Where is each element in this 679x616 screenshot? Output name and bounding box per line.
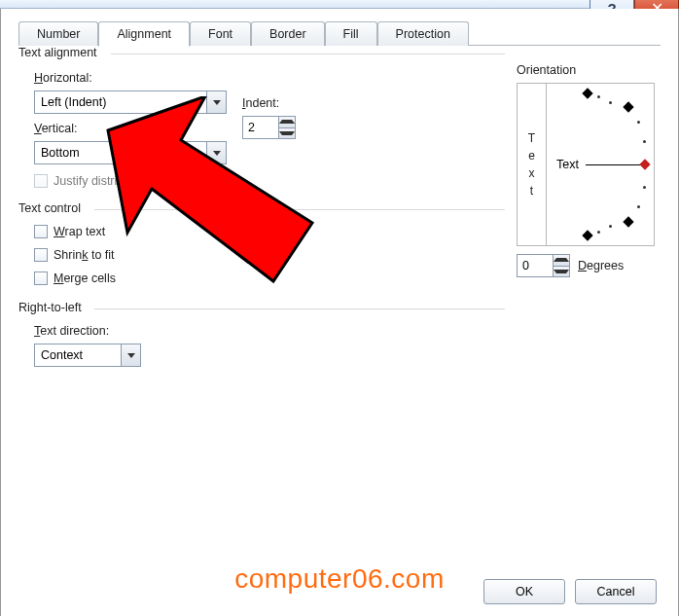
vertical-value: Bottom xyxy=(35,146,206,160)
orientation-dial[interactable]: Text xyxy=(547,84,654,245)
shrink-to-fit-checkbox[interactable]: Shrink to fit xyxy=(34,248,115,262)
text-direction-value: Context xyxy=(35,348,121,362)
wrap-text-checkbox[interactable]: Wrap text xyxy=(34,225,105,238)
orientation-bar xyxy=(586,164,644,165)
diamond-icon xyxy=(582,88,592,98)
spin-down-icon[interactable] xyxy=(279,127,295,139)
dot-icon xyxy=(637,205,640,208)
degrees-spinner[interactable] xyxy=(517,254,570,277)
ok-button[interactable]: OK xyxy=(483,579,565,604)
label-degrees: Degrees xyxy=(578,259,624,272)
group-line xyxy=(94,209,505,210)
group-line xyxy=(94,308,505,309)
tab-border[interactable]: Border xyxy=(251,21,325,46)
tab-font[interactable]: Font xyxy=(190,21,251,46)
orientation-text-label: Text xyxy=(556,158,579,171)
spin-down-icon[interactable] xyxy=(554,266,569,277)
tab-number[interactable]: Number xyxy=(18,21,98,46)
titlebar xyxy=(0,0,679,9)
dialog-body: Number Alignment Font Border Fill Protec… xyxy=(0,9,679,616)
spin-up-icon[interactable] xyxy=(279,117,295,127)
group-line xyxy=(111,54,505,54)
dialog-footer: OK Cancel xyxy=(483,579,657,604)
orientation-handle-icon[interactable] xyxy=(639,159,650,169)
diamond-icon xyxy=(623,216,633,227)
dot-icon xyxy=(597,231,600,234)
diamond-icon xyxy=(623,101,633,112)
group-right-to-left: Right-to-left xyxy=(18,301,86,314)
label-horizontal: Horizontal: xyxy=(34,71,92,85)
indent-input[interactable] xyxy=(243,117,278,138)
label-orientation: Orientation xyxy=(517,63,655,77)
chevron-down-icon[interactable] xyxy=(206,91,226,113)
horizontal-value: Left (Indent) xyxy=(35,95,206,109)
orientation-group: Orientation T e x t Text xyxy=(517,63,655,277)
degrees-input[interactable] xyxy=(518,255,553,276)
orientation-vertical-button[interactable]: T e x t xyxy=(518,84,547,245)
justify-distributed-checkbox: Justify distributed xyxy=(34,174,148,188)
label-merge: Merge cells xyxy=(54,272,116,285)
dot-icon xyxy=(597,95,600,98)
label-indent: Indent: xyxy=(242,96,279,110)
dot-icon xyxy=(609,225,612,228)
dot-icon xyxy=(643,186,646,189)
checkbox-icon xyxy=(34,174,48,188)
checkbox-icon[interactable] xyxy=(34,272,48,285)
dot-icon xyxy=(643,140,646,143)
alignment-panel: Text alignment Horizontal: Left (Indent)… xyxy=(18,46,661,558)
chevron-down-icon[interactable] xyxy=(121,344,140,366)
vertical-combo[interactable]: Bottom xyxy=(34,141,227,164)
diamond-icon xyxy=(582,230,592,240)
label-vertical: Vertical: xyxy=(34,122,77,135)
tab-bar: Number Alignment Font Border Fill Protec… xyxy=(18,20,661,46)
tab-protection[interactable]: Protection xyxy=(377,21,469,46)
tab-fill[interactable]: Fill xyxy=(325,21,377,46)
group-text-control: Text control xyxy=(18,201,85,215)
merge-cells-checkbox[interactable]: Merge cells xyxy=(34,272,116,285)
watermark-text: computer06.com xyxy=(234,563,445,595)
label-justify-distributed: Justify distributed xyxy=(54,174,148,188)
indent-spinner[interactable] xyxy=(242,116,296,139)
checkbox-icon[interactable] xyxy=(34,248,48,262)
horizontal-combo[interactable]: Left (Indent) xyxy=(34,91,227,114)
group-text-alignment: Text alignment xyxy=(18,46,101,59)
label-shrink: Shrink to fit xyxy=(54,248,115,262)
tab-alignment[interactable]: Alignment xyxy=(98,21,190,47)
checkbox-icon[interactable] xyxy=(34,225,48,238)
label-text-direction: Text direction: xyxy=(34,324,109,338)
chevron-down-icon[interactable] xyxy=(206,142,226,163)
text-direction-combo[interactable]: Context xyxy=(34,344,141,367)
dot-icon xyxy=(637,121,640,124)
spin-up-icon[interactable] xyxy=(554,255,569,266)
cancel-button[interactable]: Cancel xyxy=(575,579,657,604)
dot-icon xyxy=(609,101,612,104)
label-wrap-text: Wrap text xyxy=(54,225,105,238)
orientation-frame: T e x t Text xyxy=(517,83,655,246)
